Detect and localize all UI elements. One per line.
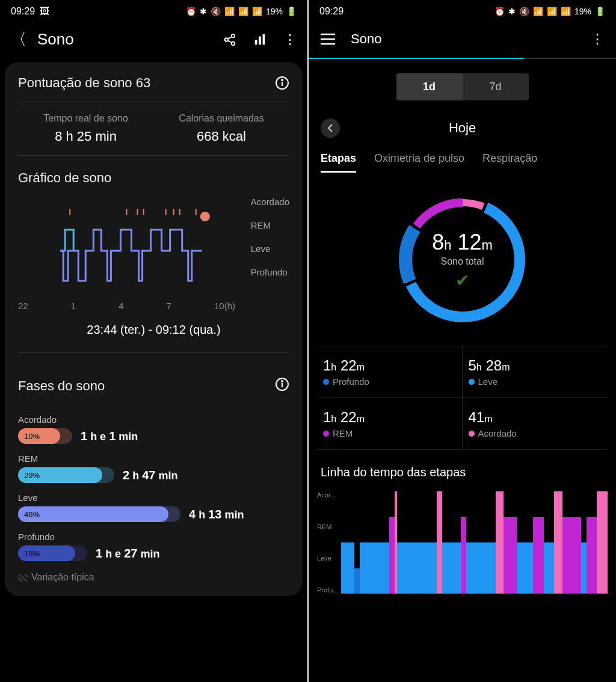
phase-item: Profundo 15% 1 h e 27 min: [18, 532, 289, 561]
sleep-score: Pontuação de sono 63: [18, 75, 150, 91]
legend-rem: REM: [251, 220, 289, 230]
total-sleep-label: Sono total: [432, 256, 493, 267]
timeline-bar: [587, 517, 597, 594]
phase-item: Acordado 10% 1 h e 1 min: [18, 414, 289, 444]
timeline-bar: [354, 568, 360, 594]
phases-title: Fases do sono: [18, 378, 105, 394]
wifi-icon: 📶: [533, 7, 543, 16]
svg-point-2: [232, 41, 235, 45]
timeline-bar: [504, 517, 517, 594]
status-bar: 09:29 🖼 ⏰ ✱ 🔇 📶 📶 📶 19% 🔋: [0, 0, 307, 20]
alarm-icon: ⏰: [186, 7, 196, 16]
phase-time: 1 h e 1 min: [81, 429, 138, 443]
stage-cell: 41m Acordado: [463, 398, 608, 450]
garmin-connect-screen: 09:29 ⏰ ✱ 🔇 📶 📶 📶 19% 🔋 Sono ⋮ 1d 7d Hoj…: [309, 0, 616, 682]
legend-light: Leve: [251, 244, 289, 254]
timeline-bar: [389, 517, 395, 594]
phase-label: REM: [18, 453, 289, 464]
timeline-bar: [466, 542, 496, 594]
status-time: 09:29: [319, 6, 343, 17]
svg-rect-5: [263, 34, 265, 44]
svg-point-1: [225, 38, 229, 41]
signal-icon: 📶: [238, 7, 248, 16]
stage-value: 5h 28m: [469, 357, 602, 374]
bluetooth-icon: ✱: [200, 7, 207, 16]
toggle-1d[interactable]: 1d: [396, 73, 463, 100]
date-label: Hoje: [340, 120, 585, 136]
sleep-card: Pontuação de sono 63 Tempo real de sono …: [5, 62, 303, 596]
phase-time: 4 h 13 min: [189, 508, 244, 521]
more-icon[interactable]: ⋮: [591, 31, 604, 47]
samsung-health-screen: 09:29 🖼 ⏰ ✱ 🔇 📶 📶 📶 19% 🔋 〈 Sono ⋮ Pontu…: [0, 0, 307, 682]
signal-icon: 📶: [547, 7, 557, 16]
phase-label: Profundo: [18, 532, 289, 542]
phase-bar: 29%: [18, 467, 102, 483]
status-time: 09:29: [11, 6, 35, 17]
phase-label: Leve: [18, 493, 289, 503]
phase-bar: 10%: [18, 428, 60, 444]
legend-deep: Profundo: [251, 267, 289, 277]
svg-point-0: [232, 34, 235, 37]
more-icon[interactable]: ⋮: [283, 32, 297, 48]
timeline-bar: [437, 491, 442, 594]
phase-bar: 46%: [18, 506, 168, 522]
tab-breathing[interactable]: Respiração: [482, 152, 537, 173]
info-icon[interactable]: [275, 377, 289, 392]
signal2-icon: 📶: [252, 7, 262, 16]
menu-icon[interactable]: [321, 33, 335, 45]
timeline-chart: Acor... REM Leve Profu...: [317, 491, 608, 594]
chart-bars-icon[interactable]: [253, 33, 266, 46]
alarm-icon: ⏰: [494, 7, 505, 16]
toggle-7d[interactable]: 7d: [463, 73, 529, 100]
timeline-bar: [397, 542, 437, 594]
info-icon[interactable]: [275, 76, 289, 90]
mute-icon: 🔇: [519, 7, 529, 16]
stage-value: 41m: [469, 409, 602, 426]
stage-label: Profundo: [323, 376, 456, 387]
timeline-bar: [461, 517, 466, 594]
variation-legend: Variação típica: [18, 572, 289, 583]
svg-point-19: [282, 381, 283, 382]
xaxis-22: 22: [18, 301, 28, 311]
share-icon[interactable]: [223, 33, 236, 46]
prev-day-button[interactable]: [321, 118, 340, 138]
wifi-icon: 📶: [224, 7, 235, 16]
stage-value: 1h 22m: [323, 357, 456, 374]
check-icon: ✔: [432, 271, 493, 290]
svg-rect-4: [259, 36, 261, 45]
page-title: Sono: [37, 30, 212, 49]
signal2-icon: 📶: [561, 7, 571, 16]
back-icon[interactable]: 〈: [11, 29, 26, 50]
calories-value: 668 kcal: [179, 129, 263, 144]
stage-value: 1h 22m: [323, 409, 456, 426]
sleep-time-label: Tempo real de sono: [43, 113, 128, 124]
battery-icon: 🔋: [595, 7, 605, 16]
tl-light: Leve: [317, 555, 338, 562]
app-header: Sono ⋮: [309, 20, 616, 58]
tl-awake: Acor...: [317, 491, 338, 499]
phase-time: 1 h e 27 min: [96, 547, 159, 561]
svg-rect-3: [255, 40, 257, 45]
phase-time: 2 h 47 min: [123, 468, 177, 482]
timeline-bar: [554, 491, 562, 594]
xaxis-1: 1: [71, 301, 76, 311]
phase-label: Acordado: [18, 414, 289, 425]
tab-stages[interactable]: Etapas: [321, 152, 356, 173]
phase-item: Leve 46% 4 h 13 min: [18, 493, 289, 522]
stages-grid: 1h 22m Profundo5h 28m Leve1h 22m REM41m …: [317, 346, 608, 450]
tab-oximetry[interactable]: Oximetria de pulso: [374, 152, 464, 173]
stage-cell: 1h 22m REM: [317, 398, 463, 450]
tabs: Etapas Oximetria de pulso Respiração: [309, 152, 616, 173]
calories-label: Calorias queimadas: [179, 113, 263, 124]
timeline-bar: [533, 517, 544, 594]
timeline-title: Linha do tempo das etapas: [309, 450, 616, 491]
phase-bar: 15%: [18, 545, 75, 561]
page-title: Sono: [351, 31, 575, 47]
total-sleep-value: 8h 12m: [432, 230, 493, 255]
xaxis-7: 7: [167, 301, 171, 311]
tl-rem: REM: [317, 523, 338, 530]
timeline-bar: [442, 542, 461, 594]
stage-label: REM: [323, 428, 456, 438]
phase-item: REM 29% 2 h 47 min: [18, 453, 289, 483]
sleep-ring-chart: 8h 12m Sono total ✔: [393, 191, 532, 329]
